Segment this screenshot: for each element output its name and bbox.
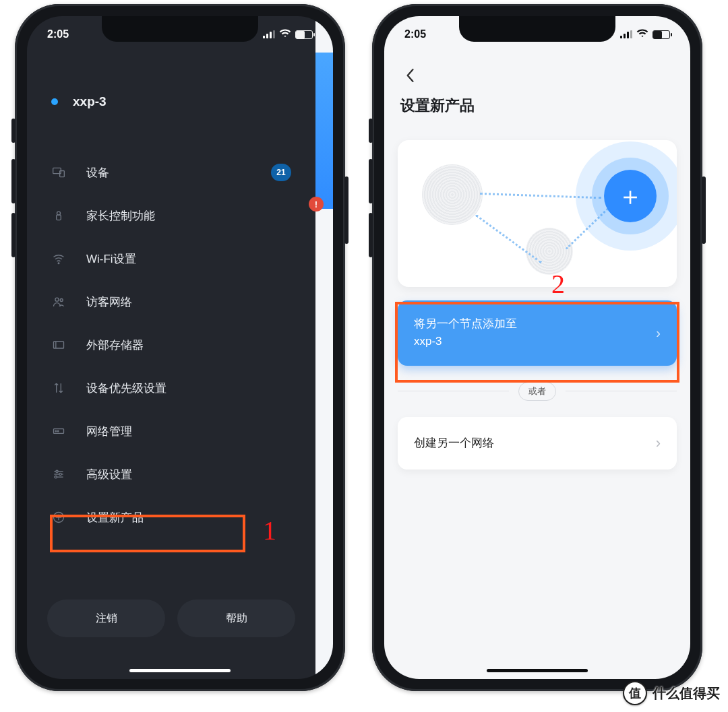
devices-count-badge: 21: [271, 164, 291, 181]
svg-point-15: [56, 470, 58, 472]
screen-right: 2:05 设置新产品: [384, 16, 690, 679]
menu-label: 家长控制功能: [86, 208, 291, 224]
notch: [102, 16, 258, 42]
menu-label: Wi-Fi设置: [86, 251, 291, 267]
add-node-line1: 将另一个节点添加至: [414, 315, 656, 333]
page-title: 设置新产品: [400, 96, 674, 116]
mesh-node-icon: [526, 228, 573, 275]
watermark: 值 什么值得买: [623, 681, 720, 705]
chevron-right-icon: ›: [656, 325, 661, 341]
status-icons: [263, 29, 313, 40]
sliders-icon: [51, 467, 66, 481]
menu-guest[interactable]: 访客网络: [27, 280, 315, 323]
page-body: ＋ 将另一个节点添加至 xxp-3 › 或者 创建另一个网络 ›: [384, 131, 690, 679]
svg-point-17: [55, 476, 57, 478]
create-network-button[interactable]: 创建另一个网络 ›: [398, 417, 677, 470]
lock-icon: [51, 209, 66, 222]
wifi-icon: [279, 28, 291, 40]
guest-icon: [51, 295, 66, 309]
help-button[interactable]: 帮助: [177, 600, 295, 637]
logout-button[interactable]: 注销: [47, 600, 165, 637]
storage-icon: [51, 338, 66, 352]
watermark-text: 什么值得买: [653, 684, 720, 703]
or-divider: 或者: [398, 382, 677, 401]
priority-icon: [51, 381, 66, 395]
svg-point-16: [59, 473, 61, 475]
svg-point-11: [57, 430, 59, 432]
svg-point-6: [60, 299, 63, 302]
status-icons: [620, 29, 670, 40]
network-icon: [51, 424, 66, 438]
plus-circle-icon: [51, 511, 66, 524]
menu-label: 高级设置: [86, 467, 291, 482]
menu-label: 网络管理: [86, 424, 291, 439]
screen-left: 2:05 ! xxp-3: [27, 16, 333, 679]
network-name: xxp-3: [73, 94, 107, 109]
menu-label: 设备优先级设置: [86, 381, 291, 396]
svg-rect-3: [57, 215, 61, 220]
home-indicator[interactable]: [129, 669, 231, 672]
menu-advanced[interactable]: 高级设置: [27, 453, 315, 496]
add-node-button[interactable]: 将另一个节点添加至 xxp-3 ›: [398, 300, 677, 366]
sidebar-menu: 设备 21 家长控制功能 Wi-Fi设置 访客网络 外部存储器: [27, 151, 315, 539]
battery-icon: [653, 30, 670, 39]
notch: [459, 16, 615, 42]
home-indicator[interactable]: [487, 669, 588, 672]
chevron-right-icon: ›: [656, 434, 661, 452]
menu-label: 设备: [86, 165, 251, 181]
cellular-icon: [620, 30, 632, 38]
cellular-icon: [263, 30, 275, 38]
mesh-illustration-card: ＋: [398, 140, 677, 287]
menu-storage[interactable]: 外部存储器: [27, 323, 315, 366]
status-time: 2:05: [47, 28, 101, 40]
phone-right: 2:05 设置新产品: [372, 4, 702, 691]
background-peek: !: [315, 16, 333, 679]
watermark-badge-icon: 值: [623, 681, 647, 705]
devices-icon: [51, 166, 66, 179]
add-node-line2: xxp-3: [414, 333, 656, 350]
menu-netmgmt[interactable]: 网络管理: [27, 410, 315, 453]
svg-point-2: [57, 212, 61, 215]
mesh-node-icon: [422, 164, 483, 225]
menu-priority[interactable]: 设备优先级设置: [27, 366, 315, 410]
menu-wifi[interactable]: Wi-Fi设置: [27, 237, 315, 280]
add-node-text: 将另一个节点添加至 xxp-3: [414, 315, 656, 351]
back-button[interactable]: [400, 66, 419, 85]
svg-rect-7: [54, 342, 64, 348]
create-network-label: 创建另一个网络: [414, 435, 656, 451]
page-header: 设置新产品: [384, 57, 690, 116]
wifi-icon: [636, 28, 648, 40]
menu-parental[interactable]: 家长控制功能: [27, 194, 315, 237]
svg-point-4: [58, 263, 59, 264]
wifi-settings-icon: [51, 252, 66, 265]
menu-devices[interactable]: 设备 21: [27, 151, 315, 194]
menu-label: 外部存储器: [86, 337, 291, 353]
mesh-link-icon: [480, 193, 601, 199]
status-dot-icon: [51, 98, 58, 105]
battery-icon: [295, 30, 313, 39]
status-time: 2:05: [404, 28, 458, 40]
svg-point-5: [55, 298, 59, 301]
svg-point-10: [55, 430, 57, 432]
phone-left: 2:05 ! xxp-3: [15, 4, 345, 691]
network-header[interactable]: xxp-3: [51, 94, 107, 109]
bottom-buttons: 注销 帮助: [47, 600, 295, 637]
or-label: 或者: [518, 382, 556, 401]
menu-setup-new[interactable]: 设置新产品: [27, 496, 315, 539]
add-node-icon: ＋: [604, 170, 657, 222]
menu-label: 访客网络: [86, 294, 291, 310]
menu-label: 设置新产品: [86, 510, 291, 525]
